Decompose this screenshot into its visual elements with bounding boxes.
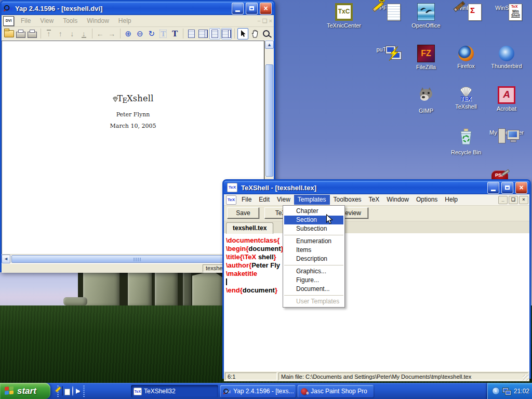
mdi-restore-icon[interactable]: ❏ <box>262 18 268 24</box>
templates-menu-item-subsection[interactable]: Subsection <box>283 224 344 233</box>
quick-launch-show-desktop[interactable] <box>62 387 63 396</box>
double-page-view-button[interactable] <box>198 28 209 39</box>
desktop-icon-filezilla[interactable]: FZFileZilla <box>406 45 446 70</box>
stonehenge-stone <box>83 271 119 306</box>
text-render-button[interactable]: T <box>170 28 181 39</box>
yap-document-icon[interactable]: DVI <box>3 16 14 26</box>
taskbar-button-yap[interactable]: dviYap 2.4.1596 - [texs... <box>220 385 296 397</box>
desktop-icon-winshell[interactable]: TeXWinShellWinShell <box>486 3 527 11</box>
print-button[interactable] <box>16 28 26 39</box>
desktop-icon-firefox[interactable]: Firefox <box>446 45 486 69</box>
texshell-menu-options[interactable]: Options <box>413 195 441 205</box>
network-status-icon[interactable] <box>502 388 511 395</box>
desktop-icon-acrobat[interactable]: AAcrobat <box>486 86 527 112</box>
yap-close-button[interactable]: × <box>260 3 272 15</box>
next-page-button[interactable]: ↓ <box>67 28 78 39</box>
texshell-menu-window[interactable]: Window <box>383 195 413 205</box>
desktop-icon-pfe[interactable]: 32PFE <box>365 3 405 11</box>
texshell-close-button[interactable]: × <box>515 182 527 194</box>
desktop-icon-gimp[interactable]: GIMP <box>406 86 446 114</box>
forward-button[interactable]: → <box>107 28 117 39</box>
refresh-button[interactable]: ↻ <box>147 28 157 39</box>
texshell-menu-templates[interactable]: Templates <box>294 195 330 205</box>
texshell-menu-file[interactable]: File <box>238 195 255 205</box>
desktop-icon-label: Thunderbird <box>486 63 527 69</box>
texshell-minimize-button[interactable] <box>487 182 499 194</box>
yap-minimize-button[interactable] <box>232 3 244 15</box>
taskbar-button-psp[interactable]: 8Jasc Paint Shop Pro <box>298 385 374 397</box>
yap-menu-items: FileViewToolsWindowHelp <box>16 17 136 24</box>
editor-line: \begin{document} <box>226 245 529 253</box>
hand-tool-button[interactable] <box>249 28 260 39</box>
yap-menu-window[interactable]: Window <box>82 17 114 24</box>
desktop-icon-openoffice[interactable]: OpenOffice <box>406 3 446 29</box>
templates-menu-item-graphics---[interactable]: Graphics... <box>283 267 344 276</box>
magnify-tool-button[interactable] <box>261 28 272 39</box>
last-page-button[interactable]: ↓ <box>78 28 89 39</box>
templates-menu-item-chapter[interactable]: Chapter <box>283 207 344 216</box>
yap-menu-help[interactable]: Help <box>114 17 136 24</box>
quick-launch-media-player[interactable] <box>72 387 73 396</box>
desktop-icon-thunderbird[interactable]: Thunderbird <box>486 45 527 69</box>
first-page-button[interactable]: ↑ <box>44 28 55 39</box>
texshell-document-icon[interactable]: TeX <box>226 195 236 205</box>
select-tool-button[interactable] <box>237 28 248 39</box>
yap-menu-file[interactable]: File <box>16 17 35 24</box>
yap-maximize-button[interactable] <box>246 3 258 15</box>
zoom-out-button[interactable]: ⊖ <box>135 28 145 39</box>
tab-texshell-tex[interactable]: texshell.tex <box>226 222 273 234</box>
templates-menu-item-items[interactable]: Items <box>283 246 344 255</box>
yap-menu-tools[interactable]: Tools <box>58 17 82 24</box>
open-file-button[interactable] <box>4 28 15 39</box>
toolbar-handle[interactable] <box>83 385 85 397</box>
mdi-close-icon[interactable]: × <box>269 18 272 24</box>
back-button[interactable]: ← <box>95 28 106 39</box>
desktop-icon-my-computer[interactable]: My Computer <box>486 128 527 136</box>
texshell-editor[interactable]: \documentclass{\begin{document}\title{\T… <box>224 234 529 371</box>
texshell-title-bar[interactable]: TeX TeXShell - [texshell.tex] × <box>224 181 529 194</box>
desktop-icon-recycle-bin[interactable]: Recycle Bin <box>446 128 486 155</box>
desktop-icon-winedt[interactable]: ΣWinEdt <box>446 3 486 11</box>
stonehenge-stone <box>128 271 152 306</box>
desktop-icon-texshell[interactable]: TEXTeXshell <box>446 86 486 110</box>
start-button[interactable]: start <box>0 383 50 399</box>
templates-menu-item-section[interactable]: Section <box>284 216 343 224</box>
templates-menu-item-figure---[interactable]: Figure... <box>283 276 344 285</box>
mdi-restore-button[interactable]: ❏ <box>509 196 518 204</box>
texshell-menu-toolboxes[interactable]: Toolboxes <box>330 195 365 205</box>
scroll-up-button[interactable]: ▲ <box>265 41 274 49</box>
vertical-scroll-thumb[interactable] <box>265 64 273 177</box>
taskbar-button-texshell[interactable]: TeXTeXShell32 <box>131 385 218 397</box>
scroll-left-button[interactable]: ◄ <box>2 255 10 263</box>
main-file-path: Main file: C:\Documents and Settings\Pet… <box>278 373 528 380</box>
templates-menu-item-enumeration[interactable]: Enumeration <box>283 237 344 246</box>
single-page-view-button[interactable] <box>186 28 197 39</box>
mdi-minimize-button[interactable]: _ <box>498 196 508 204</box>
desktop-icon-putty[interactable]: puTTY <box>365 45 405 52</box>
windows-flag-icon <box>4 386 15 396</box>
mdi-minimize-icon[interactable]: – <box>258 18 261 24</box>
zoom-in-button[interactable]: ⊕ <box>123 28 134 39</box>
texshell-maximize-button[interactable] <box>501 182 513 194</box>
editor-line: \author{Peter Fly <box>226 261 529 270</box>
texshell-menu-edit[interactable]: Edit <box>255 195 273 205</box>
continuous-view-button[interactable] <box>209 28 220 39</box>
save-button[interactable]: Save <box>227 207 259 219</box>
texshell-menu-tex[interactable]: TeX <box>365 195 383 205</box>
previous-page-button[interactable]: ↑ <box>55 28 66 39</box>
desktop-icon-texniccenter[interactable]: TxCTeXnicCenter <box>324 3 364 29</box>
yap-title-bar[interactable]: dvi Yap 2.4.1596 - [texshell.dvi] × <box>2 2 274 15</box>
continuous-facing-view-button[interactable] <box>221 28 232 39</box>
print-setup-button[interactable] <box>27 28 38 39</box>
yap-toolbar: ↑ ↑ ↓ ↓ ← → ⊕ ⊖ ↻ T T <box>2 27 274 41</box>
templates-menu-item-document---[interactable]: Document... <box>283 285 344 294</box>
texshell-menu-help[interactable]: Help <box>441 195 461 205</box>
taskbar-clock[interactable]: 21:02 <box>514 388 529 395</box>
yap-menu-view[interactable]: View <box>35 17 58 24</box>
mdi-close-button[interactable]: × <box>519 196 528 204</box>
texshell-menu-view[interactable]: View <box>273 195 294 205</box>
text-outline-button[interactable]: T <box>158 28 169 39</box>
resize-grip[interactable] <box>523 375 529 381</box>
tray-collapse-button[interactable]: ‹ <box>492 387 500 395</box>
templates-menu-item-description[interactable]: Description <box>283 255 344 263</box>
